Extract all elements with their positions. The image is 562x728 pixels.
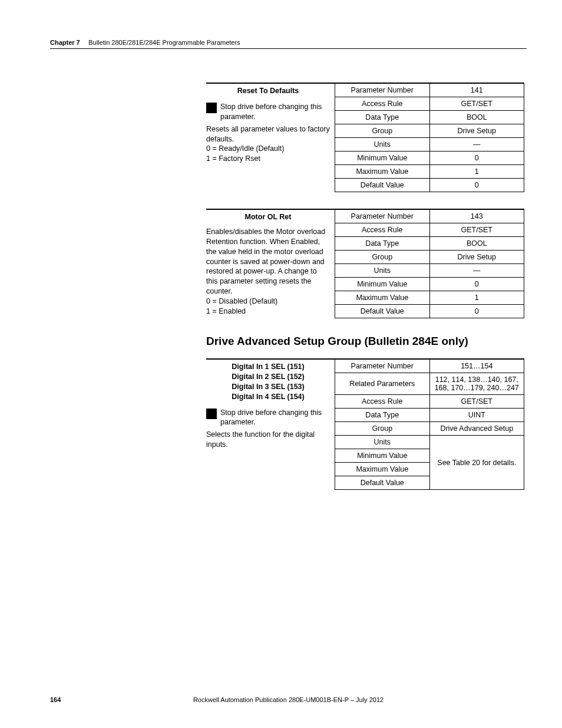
- warning-text: Stop drive before changing this paramete…: [220, 408, 330, 428]
- param-title-group: Digital In 1 SEL (151) Digital In 2 SEL …: [206, 362, 330, 402]
- warning-text: Stop drive before changing this paramete…: [220, 102, 330, 122]
- publication-info: Rockwell Automation Publication 280E-UM0…: [50, 696, 527, 703]
- cell-value: 0: [429, 278, 524, 291]
- cell-label: Parameter Number: [335, 209, 430, 223]
- cell-label: Access Rule: [335, 223, 430, 237]
- header-rule: [50, 48, 527, 49]
- param-option-1: 1 = Factory Rset: [206, 154, 330, 164]
- stop-icon: [206, 103, 217, 113]
- param-desc: Reset To Defaults Stop drive before chan…: [206, 83, 335, 192]
- cell-value: 112, 114, 138…140, 167, 168, 170…179, 24…: [429, 373, 524, 395]
- param-desc: Digital In 1 SEL (151) Digital In 2 SEL …: [206, 358, 335, 490]
- param-title-3: Digital In 3 SEL (153): [206, 382, 330, 392]
- warning-row: Stop drive before changing this paramete…: [206, 102, 330, 122]
- cell-value: 1: [429, 165, 524, 179]
- cell-value: BOOL: [429, 237, 524, 251]
- param-description: Selects the function for the digital inp…: [206, 430, 330, 450]
- warning-row: Stop drive before changing this paramete…: [206, 408, 330, 428]
- param-option-0: 0 = Disabled (Default): [206, 297, 330, 307]
- param-title: Reset To Defaults: [206, 86, 330, 98]
- cell-value: GET/SET: [429, 395, 524, 409]
- cell-label: Default Value: [335, 305, 430, 318]
- param-grid: Parameter Number141 Access RuleGET/SET D…: [335, 83, 524, 192]
- cell-value: UINT: [429, 409, 524, 422]
- cell-value: 143: [429, 209, 524, 223]
- param-description: Enables/disables the Motor overload Rete…: [206, 227, 330, 297]
- page-header: Chapter 7 Bulletin 280E/281E/284E Progra…: [50, 37, 527, 47]
- cell-label: Minimum Value: [335, 151, 430, 165]
- param-option-0: 0 = Ready/Idle (Default): [206, 144, 330, 154]
- cell-label: Maximum Value: [335, 165, 430, 179]
- cell-value: 0: [429, 151, 524, 165]
- chapter-label: Chapter 7: [50, 39, 80, 46]
- param-block-reset: Reset To Defaults Stop drive before chan…: [206, 83, 524, 192]
- stop-icon: [206, 409, 217, 419]
- cell-label: Access Rule: [335, 97, 430, 111]
- cell-label: Units: [335, 436, 430, 449]
- cell-value: 141: [429, 83, 524, 97]
- param-title: Motor OL Ret: [206, 212, 330, 225]
- cell-label: Access Rule: [335, 395, 430, 409]
- cell-value: 0: [429, 305, 524, 318]
- param-table: Parameter Number141 Access RuleGET/SET D…: [335, 83, 524, 192]
- cell-label: Units: [335, 264, 430, 278]
- section-heading: Drive Advanced Setup Group (Bulletin 284…: [206, 335, 524, 348]
- cell-label: Minimum Value: [335, 278, 430, 291]
- param-desc: Motor OL Ret Enables/disables the Motor …: [206, 209, 335, 318]
- cell-value: 151…154: [429, 359, 524, 373]
- param-block-digital-in: Digital In 1 SEL (151) Digital In 2 SEL …: [206, 358, 524, 490]
- cell-value: GET/SET: [429, 223, 524, 237]
- cell-label: Maximum Value: [335, 463, 430, 476]
- cell-label: Group: [335, 422, 430, 436]
- param-grid: Parameter Number143 Access RuleGET/SET D…: [335, 209, 524, 318]
- cell-value: Drive Advanced Setup: [429, 422, 524, 436]
- cell-value: 0: [429, 179, 524, 192]
- cell-value: —: [429, 138, 524, 151]
- cell-value: GET/SET: [429, 97, 524, 111]
- cell-label: Group: [335, 251, 430, 264]
- cell-label: Parameter Number: [335, 359, 430, 373]
- cell-label: Data Type: [335, 111, 430, 124]
- param-grid: Parameter Number151…154 Related Paramete…: [335, 358, 524, 490]
- cell-label: Data Type: [335, 409, 430, 422]
- cell-label: Default Value: [335, 476, 430, 490]
- content-area: Reset To Defaults Stop drive before chan…: [206, 83, 524, 506]
- cell-value: 1: [429, 291, 524, 305]
- param-table: Parameter Number151…154 Related Paramete…: [335, 358, 524, 490]
- param-title-2: Digital In 2 SEL (152): [206, 372, 330, 382]
- cell-value: —: [429, 264, 524, 278]
- cell-label: Parameter Number: [335, 83, 430, 97]
- param-option-1: 1 = Enabled: [206, 307, 330, 317]
- cell-label: Maximum Value: [335, 291, 430, 305]
- param-block-motor-ol: Motor OL Ret Enables/disables the Motor …: [206, 209, 524, 318]
- cell-label: Minimum Value: [335, 449, 430, 463]
- cell-value: Drive Setup: [429, 251, 524, 264]
- cell-label: Group: [335, 124, 430, 138]
- cell-value: Drive Setup: [429, 124, 524, 138]
- param-table: Parameter Number143 Access RuleGET/SET D…: [335, 209, 524, 318]
- cell-value: BOOL: [429, 111, 524, 124]
- chapter-title: Bulletin 280E/281E/284E Programmable Par…: [88, 39, 240, 46]
- cell-label: Related Parameters: [335, 373, 430, 395]
- param-title-4: Digital In 4 SEL (154): [206, 392, 330, 402]
- cell-label: Default Value: [335, 179, 430, 192]
- param-title-1: Digital In 1 SEL (151): [206, 362, 330, 372]
- param-description: Resets all parameter values to factory d…: [206, 124, 330, 144]
- cell-value-merged: See Table 20 for details.: [429, 436, 524, 490]
- page-footer: 164 Rockwell Automation Publication 280E…: [50, 696, 527, 703]
- cell-label: Units: [335, 138, 430, 151]
- cell-label: Data Type: [335, 237, 430, 251]
